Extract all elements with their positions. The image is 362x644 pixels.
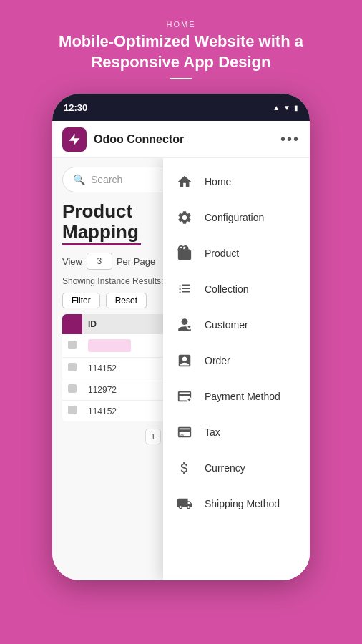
config-icon: [175, 208, 195, 228]
payment-icon: [175, 386, 195, 406]
phone-content: 🔍 Search Product Mapping View 3 Per Page…: [52, 158, 310, 580]
menu-label-customer: Customer: [205, 319, 248, 331]
menu-item-customer[interactable]: Customer: [163, 307, 310, 343]
menu-item-payment[interactable]: Payment Method: [163, 379, 310, 414]
menu-label-order: Order: [205, 355, 230, 366]
page-header: HOME Mobile-Optimized Website with a Res…: [59, 20, 303, 79]
dropdown-menu: Home Configuration Product: [163, 158, 310, 580]
product-icon: [175, 243, 195, 263]
search-placeholder: Search: [91, 174, 122, 185]
tax-icon: %: [175, 422, 195, 442]
title-divider: [170, 78, 192, 79]
order-icon: [175, 351, 195, 371]
shipping-icon: [175, 494, 195, 514]
menu-label-product: Product: [205, 248, 239, 259]
app-name: Odoo Connector: [94, 133, 273, 146]
menu-item-configuration[interactable]: Configuration: [163, 200, 310, 235]
phone-notch: [142, 94, 220, 109]
view-stepper[interactable]: 3: [87, 253, 112, 270]
page-title: Mobile-Optimized Website with a Responsi…: [59, 31, 303, 72]
home-icon: [175, 172, 195, 192]
table-check-header: [62, 314, 82, 334]
view-label: View: [62, 256, 82, 267]
status-icons: ▲ ▼ ▮: [273, 104, 298, 112]
menu-label-shipping: Shipping Method: [205, 498, 280, 509]
menu-dots-button[interactable]: •••: [280, 131, 300, 147]
home-label: HOME: [59, 20, 303, 29]
collection-icon: [175, 279, 195, 299]
time-display: 12:30: [64, 102, 87, 113]
menu-label-currency: Currency: [205, 462, 245, 474]
row-checkbox: [68, 406, 77, 414]
filter-button[interactable]: Filter: [62, 293, 100, 308]
currency-icon: [175, 458, 195, 478]
menu-label-collection: Collection: [205, 283, 248, 295]
menu-label-home: Home: [205, 176, 231, 187]
id-filter-input[interactable]: [88, 339, 131, 352]
menu-item-order[interactable]: Order: [163, 343, 310, 379]
logo-icon: [67, 132, 82, 147]
row-checkbox: [68, 341, 77, 349]
status-bar: 12:30 ▲ ▼ ▮: [52, 94, 310, 121]
menu-label-configuration: Configuration: [205, 212, 264, 223]
phone-frame: 12:30 ▲ ▼ ▮ Odoo Connector ••• 🔍 Search: [52, 94, 310, 580]
app-bar: Odoo Connector •••: [52, 121, 310, 158]
menu-item-collection[interactable]: Collection: [163, 271, 310, 307]
row-checkbox: [68, 363, 77, 371]
per-page-label: Per Page: [117, 256, 155, 267]
showing-label: Showing Instance Results:: [62, 276, 163, 286]
app-logo: [62, 127, 87, 152]
reset-button[interactable]: Reset: [106, 293, 147, 308]
svg-text:%: %: [180, 434, 185, 439]
customer-icon: [175, 315, 195, 335]
menu-item-home[interactable]: Home: [163, 164, 310, 200]
signal-icon: ▲: [273, 104, 280, 112]
menu-item-currency[interactable]: Currency: [163, 450, 310, 486]
page-btn-1[interactable]: 1: [145, 429, 161, 444]
title-underline: [62, 243, 141, 245]
menu-label-payment: Payment Method: [205, 391, 280, 402]
menu-label-tax: Tax: [205, 426, 220, 438]
wifi-icon: ▼: [283, 104, 290, 112]
battery-icon: ▮: [294, 104, 298, 112]
search-icon: 🔍: [73, 174, 85, 185]
row-checkbox: [68, 384, 77, 393]
menu-item-shipping[interactable]: Shipping Method: [163, 486, 310, 522]
menu-item-product[interactable]: Product: [163, 235, 310, 271]
menu-item-tax[interactable]: % Tax: [163, 414, 310, 450]
